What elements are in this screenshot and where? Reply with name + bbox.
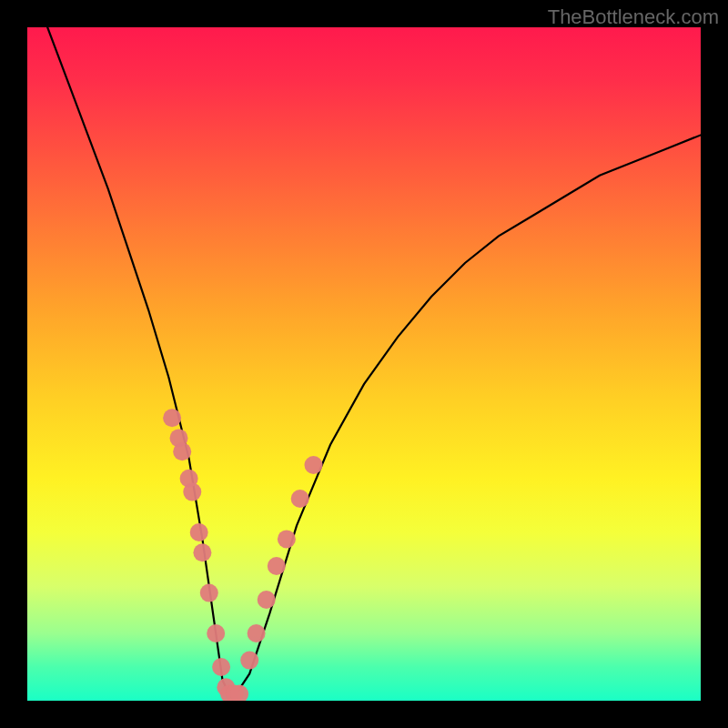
- svg-point-2: [173, 442, 191, 460]
- svg-point-17: [268, 557, 286, 575]
- svg-point-0: [163, 409, 181, 427]
- svg-point-9: [212, 658, 230, 676]
- highlight-dots-bottom: [220, 685, 248, 701]
- svg-point-19: [291, 490, 309, 508]
- svg-point-15: [248, 624, 266, 642]
- svg-point-20: [305, 456, 323, 474]
- bottleneck-curve: [47, 27, 701, 694]
- svg-point-16: [258, 591, 276, 609]
- svg-point-18: [278, 530, 296, 548]
- highlight-dots-left: [163, 409, 235, 696]
- chart-svg: [27, 27, 701, 701]
- watermark-text: TheBottleneck.com: [548, 5, 719, 29]
- highlight-dots-right: [240, 456, 322, 670]
- svg-point-7: [200, 584, 218, 602]
- svg-point-5: [190, 523, 208, 541]
- svg-point-8: [207, 624, 225, 642]
- chart-background: [27, 27, 701, 701]
- svg-point-14: [240, 652, 258, 670]
- svg-point-4: [183, 483, 201, 501]
- svg-point-6: [193, 543, 211, 561]
